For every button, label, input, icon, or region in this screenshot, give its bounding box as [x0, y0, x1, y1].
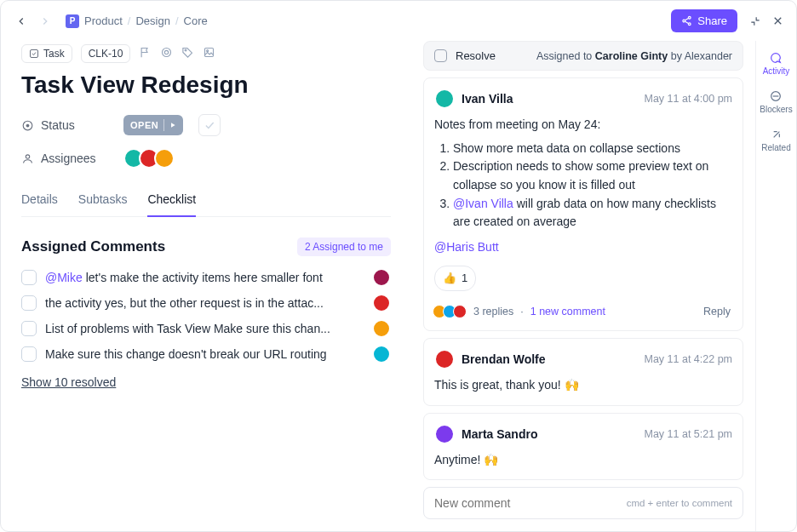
comment-body: This is great, thank you! 🙌 — [434, 376, 732, 395]
comment-text: List of problems with Task View Make sur… — [45, 322, 364, 335]
comment-body: Anytime! 🙌 — [434, 451, 732, 470]
minimize-button[interactable] — [749, 15, 761, 27]
rail-activity[interactable]: Activity — [763, 51, 790, 76]
comment-input[interactable] — [434, 496, 627, 510]
resolve-bar: Resolve Assigned to Caroline Ginty by Al… — [423, 41, 743, 71]
svg-point-15 — [26, 154, 29, 157]
list-item[interactable]: @Mike let's make the activity items here… — [21, 268, 391, 287]
assigned-to-meta: Assigned to Caroline Ginty by Alexander — [536, 50, 732, 62]
comment-author[interactable]: Marta Sandro — [462, 427, 537, 441]
svg-point-14 — [26, 123, 30, 127]
target-icon[interactable] — [160, 46, 173, 61]
new-comment-composer[interactable]: cmd + enter to comment — [423, 487, 743, 519]
task-type-label: Task — [43, 48, 65, 60]
svg-point-1 — [683, 20, 685, 22]
svg-line-3 — [685, 19, 689, 20]
status-label: Status — [21, 118, 115, 132]
nav-back[interactable] — [13, 13, 30, 30]
share-button[interactable]: Share — [671, 9, 737, 32]
svg-point-8 — [163, 49, 171, 57]
comment-text: @Mike let's make the activity items here… — [45, 271, 364, 284]
tag-icon[interactable] — [181, 46, 194, 61]
tab-details[interactable]: Details — [21, 184, 58, 216]
svg-point-12 — [207, 50, 209, 52]
svg-point-9 — [165, 50, 169, 54]
resolve-checkbox[interactable] — [434, 49, 447, 62]
crumb-0[interactable]: Product — [84, 14, 123, 27]
avatar — [434, 89, 455, 109]
close-button[interactable] — [771, 14, 784, 27]
svg-rect-11 — [205, 49, 214, 57]
crumb-1[interactable]: Design — [135, 14, 169, 27]
assigned-comments-title: Assigned Comments — [21, 238, 165, 255]
tab-checklist[interactable]: Checklist — [147, 184, 196, 216]
checkbox[interactable] — [21, 346, 37, 362]
thread-author[interactable]: Ivan Villa — [462, 92, 513, 106]
status-pill[interactable]: OPEN — [123, 115, 183, 135]
tab-subtasks[interactable]: Subtasks — [78, 184, 128, 216]
mention-link[interactable]: @Ivan Villa — [453, 197, 513, 210]
mention-link[interactable]: @Haris Butt — [434, 240, 499, 254]
assignee-avatars[interactable] — [123, 148, 175, 169]
thread-card: Ivan Villa May 11 at 4:00 pm Notes from … — [423, 77, 743, 331]
avatar — [372, 294, 391, 312]
replies-count[interactable]: 3 replies — [473, 306, 513, 317]
list-item[interactable]: List of problems with Task View Make sur… — [21, 319, 391, 338]
checkbox[interactable] — [21, 270, 37, 285]
list-item[interactable]: Make sure this change doesn't break our … — [21, 345, 391, 363]
reply-button[interactable]: Reply — [703, 306, 731, 317]
thread-time: May 11 at 4:00 pm — [644, 93, 732, 105]
svg-line-4 — [685, 21, 689, 23]
task-id-chip[interactable]: CLK-10 — [81, 44, 131, 63]
image-icon[interactable] — [203, 46, 215, 61]
svg-point-2 — [689, 23, 691, 26]
checkbox[interactable] — [21, 295, 37, 311]
complete-checkbox[interactable] — [198, 114, 221, 136]
crumb-2[interactable]: Core — [184, 14, 208, 27]
avatar — [372, 268, 391, 287]
play-icon — [169, 122, 176, 129]
comment-author[interactable]: Brendan Wolfe — [462, 352, 546, 366]
checkbox[interactable] — [21, 321, 37, 336]
comment-card: Brendan WolfeMay 11 at 4:22 pmThis is gr… — [423, 338, 743, 406]
composer-hint: cmd + enter to comment — [627, 498, 732, 508]
rail-related[interactable]: Related — [761, 128, 790, 152]
svg-point-0 — [689, 16, 691, 19]
comment-text: the activity yes, but the other request … — [45, 296, 364, 310]
list-item[interactable]: the activity yes, but the other request … — [21, 294, 391, 312]
reaction-pill[interactable]: 👍 1 — [434, 266, 476, 291]
share-label: Share — [697, 14, 727, 27]
avatar — [372, 345, 391, 363]
svg-rect-7 — [31, 50, 38, 58]
assigned-to-me-badge[interactable]: 2 Assigned to me — [297, 237, 391, 256]
avatar — [372, 319, 391, 338]
comment-time: May 11 at 5:21 pm — [644, 428, 732, 440]
new-comment-link[interactable]: 1 new comment — [530, 306, 605, 317]
show-resolved-link[interactable]: Show 10 resolved — [21, 375, 116, 389]
breadcrumb: P Product / Design / Core — [66, 14, 208, 28]
share-icon — [681, 15, 692, 26]
nav-forward[interactable] — [37, 13, 54, 30]
assignees-label: Assignees — [21, 152, 115, 165]
flag-icon[interactable] — [139, 46, 152, 61]
resolve-label[interactable]: Resolve — [456, 49, 496, 62]
thread-intro: Notes from meeting on May 24: — [434, 116, 732, 134]
rail-blockers[interactable]: Blockers — [760, 89, 792, 114]
workspace-icon: P — [66, 14, 79, 28]
reply-avatars — [436, 305, 467, 318]
svg-point-10 — [185, 49, 186, 51]
avatar — [434, 424, 455, 444]
page-title: Task View Redesign — [21, 72, 391, 99]
avatar — [434, 349, 455, 369]
comment-card: Marta SandroMay 11 at 5:21 pmAnytime! 🙌 — [423, 413, 743, 480]
task-type-chip[interactable]: Task — [21, 44, 72, 63]
comment-text: Make sure this change doesn't break our … — [45, 347, 364, 361]
comment-time: May 11 at 4:22 pm — [644, 353, 732, 365]
avatar — [154, 148, 175, 169]
